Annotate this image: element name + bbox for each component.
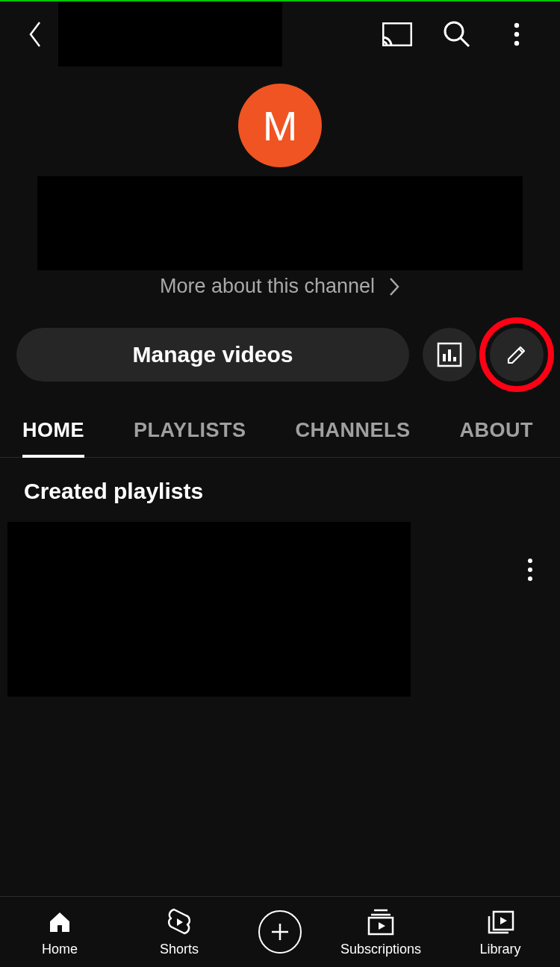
- svg-point-3: [514, 23, 519, 28]
- cast-icon: [382, 22, 412, 46]
- tab-playlists-label: PLAYLISTS: [134, 419, 246, 441]
- channel-title-placeholder: [58, 0, 282, 66]
- nav-library-label: Library: [479, 942, 520, 957]
- nav-home[interactable]: Home: [11, 907, 108, 957]
- bottom-navigation: Home Shorts Subscriptions: [0, 896, 560, 967]
- nav-subscriptions-label: Subscriptions: [340, 942, 421, 957]
- top-bar: [0, 1, 560, 67]
- plus-icon: [269, 921, 291, 943]
- svg-point-5: [514, 41, 519, 46]
- playlist-item-menu-button[interactable]: [515, 555, 545, 585]
- channel-avatar-container: M: [0, 84, 560, 167]
- analytics-button[interactable]: [423, 328, 476, 382]
- svg-point-1: [445, 22, 463, 40]
- tab-home[interactable]: HOME: [0, 407, 107, 457]
- svg-point-13: [528, 576, 532, 581]
- create-button: [258, 910, 302, 954]
- svg-line-2: [461, 38, 469, 46]
- svg-rect-0: [383, 23, 411, 46]
- channel-avatar[interactable]: M: [238, 84, 322, 167]
- nav-subscriptions[interactable]: Subscriptions: [332, 907, 429, 957]
- playlist-item[interactable]: [24, 522, 560, 697]
- manage-videos-label: Manage videos: [132, 342, 293, 367]
- search-icon: [443, 20, 471, 49]
- svg-point-12: [528, 568, 532, 572]
- tab-about-label: ABOUT: [459, 419, 533, 441]
- playlist-thumbnail: [7, 522, 411, 697]
- library-icon: [485, 907, 515, 937]
- svg-point-11: [528, 559, 532, 563]
- svg-rect-7: [443, 354, 446, 361]
- tab-playlists[interactable]: PLAYLISTS: [111, 407, 269, 457]
- cast-button[interactable]: [375, 12, 420, 57]
- avatar-initial: M: [263, 102, 298, 150]
- subscriptions-icon: [366, 907, 396, 937]
- channel-tabs: HOME PLAYLISTS CHANNELS ABOUT: [0, 407, 560, 458]
- tab-home-label: HOME: [22, 419, 84, 441]
- svg-rect-8: [448, 349, 451, 361]
- nav-library[interactable]: Library: [452, 907, 549, 957]
- tab-channels[interactable]: CHANNELS: [273, 407, 432, 457]
- nav-shorts[interactable]: Shorts: [131, 907, 228, 957]
- search-button[interactable]: [435, 12, 479, 57]
- nav-create[interactable]: [250, 910, 310, 954]
- tab-channels-label: CHANNELS: [295, 419, 410, 441]
- home-icon: [45, 907, 75, 937]
- manage-videos-button[interactable]: Manage videos: [16, 328, 409, 382]
- pencil-icon: [504, 342, 529, 367]
- nav-shorts-label: Shorts: [160, 942, 199, 957]
- nav-home-label: Home: [42, 942, 78, 957]
- section-title: Created playlists: [24, 479, 560, 504]
- edit-channel-button[interactable]: [490, 328, 544, 382]
- overflow-menu-button[interactable]: [494, 12, 539, 57]
- shorts-icon: [164, 907, 194, 937]
- svg-marker-22: [500, 917, 507, 924]
- svg-marker-14: [177, 918, 183, 926]
- channel-info-placeholder: [37, 176, 523, 270]
- chevron-right-icon: [388, 276, 400, 297]
- more-vertical-icon: [514, 22, 520, 46]
- svg-rect-9: [453, 357, 456, 361]
- more-vertical-icon: [527, 558, 533, 582]
- created-playlists-section: Created playlists: [0, 458, 560, 697]
- more-about-link[interactable]: More about this channel: [0, 275, 560, 298]
- tab-about[interactable]: ABOUT: [437, 407, 556, 457]
- channel-actions: Manage videos: [0, 328, 560, 382]
- analytics-icon: [437, 342, 462, 367]
- back-button[interactable]: [21, 21, 48, 48]
- chevron-left-icon: [26, 19, 43, 49]
- more-about-label: More about this channel: [160, 275, 375, 298]
- svg-point-4: [514, 32, 519, 37]
- svg-marker-20: [379, 922, 385, 930]
